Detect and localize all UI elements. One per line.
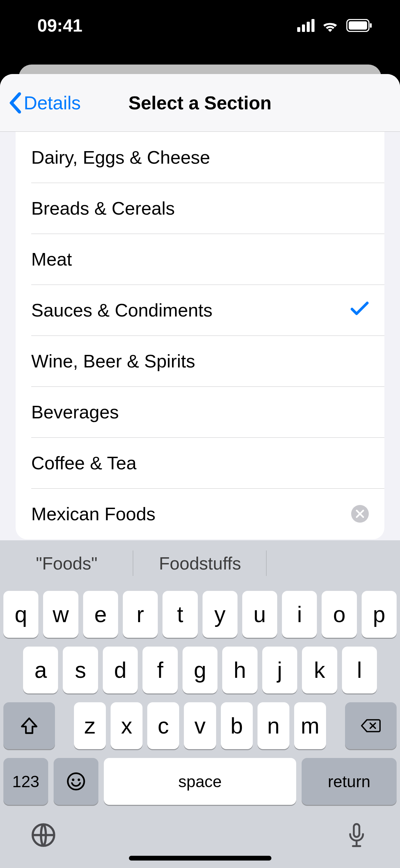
key-l[interactable]: l	[342, 647, 377, 693]
checkmark-icon	[350, 300, 369, 321]
emoji-key[interactable]	[54, 758, 98, 805]
key-v[interactable]: v	[184, 702, 216, 749]
list-item[interactable]: Dairy, Eggs & Cheese	[16, 132, 384, 183]
emoji-icon	[66, 772, 86, 791]
section-list: Dairy, Eggs & Cheese Breads & Cereals Me…	[16, 132, 384, 539]
list-item[interactable]: Breads & Cereals	[16, 183, 384, 234]
signal-icon	[297, 19, 315, 32]
list-item[interactable]: Meat	[16, 234, 384, 285]
key-c[interactable]: c	[147, 702, 179, 749]
suggestion[interactable]: "Foods"	[0, 540, 133, 586]
suggestion[interactable]: Foodstuffs	[133, 540, 267, 586]
svg-point-5	[78, 779, 80, 781]
chevron-left-icon	[7, 92, 22, 114]
shift-icon	[19, 716, 39, 736]
key-e[interactable]: e	[83, 591, 118, 638]
key-d[interactable]: d	[103, 647, 138, 693]
list-item[interactable]: Beverages	[16, 386, 384, 437]
return-key[interactable]: return	[302, 758, 397, 805]
navigation-bar: Details Select a Section	[0, 74, 400, 132]
svg-point-3	[68, 773, 84, 790]
list-input-row[interactable]	[16, 488, 384, 539]
page-title: Select a Section	[129, 92, 272, 114]
dictation-key[interactable]	[344, 822, 369, 849]
key-f[interactable]: f	[142, 647, 177, 693]
globe-key[interactable]	[31, 822, 56, 849]
key-t[interactable]: t	[163, 591, 197, 638]
battery-icon	[346, 19, 373, 32]
mic-icon	[344, 822, 369, 848]
list-item[interactable]: Coffee & Tea	[16, 437, 384, 488]
key-x[interactable]: x	[111, 702, 142, 749]
key-h[interactable]: h	[222, 647, 257, 693]
svg-point-4	[72, 779, 74, 781]
key-o[interactable]: o	[322, 591, 357, 638]
list-item-label: Sauces & Condiments	[31, 300, 350, 321]
list-item-label: Breads & Cereals	[31, 198, 369, 219]
list-item-label: Dairy, Eggs & Cheese	[31, 147, 369, 168]
svg-rect-7	[354, 824, 359, 837]
key-z[interactable]: z	[74, 702, 106, 749]
backspace-key[interactable]	[345, 702, 397, 749]
suggestion-bar: "Foods" Foodstuffs	[0, 540, 400, 586]
key-p[interactable]: p	[362, 591, 397, 638]
wifi-icon	[321, 19, 339, 32]
shift-key[interactable]	[3, 702, 55, 749]
key-m[interactable]: m	[294, 702, 326, 749]
list-item-label: Beverages	[31, 401, 369, 422]
list-item[interactable]: Wine, Beer & Spirits	[16, 336, 384, 386]
key-s[interactable]: s	[63, 647, 98, 693]
key-j[interactable]: j	[262, 647, 297, 693]
key-y[interactable]: y	[203, 591, 237, 638]
suggestion[interactable]	[267, 540, 400, 586]
backspace-icon	[361, 716, 381, 736]
key-g[interactable]: g	[183, 647, 217, 693]
key-k[interactable]: k	[302, 647, 337, 693]
key-b[interactable]: b	[221, 702, 253, 749]
key-n[interactable]: n	[258, 702, 289, 749]
key-r[interactable]: r	[123, 591, 158, 638]
list-item-label: Coffee & Tea	[31, 452, 369, 473]
status-bar: 09:41	[0, 0, 400, 51]
home-indicator[interactable]	[129, 856, 271, 861]
svg-rect-2	[370, 23, 372, 28]
clear-text-button[interactable]	[351, 505, 369, 523]
x-icon	[356, 510, 364, 518]
status-right	[297, 19, 373, 32]
list-item-label: Wine, Beer & Spirits	[31, 350, 369, 372]
status-time: 09:41	[37, 15, 82, 36]
new-section-input[interactable]	[31, 503, 344, 524]
back-button[interactable]: Details	[7, 74, 81, 131]
numbers-key[interactable]: 123	[3, 758, 48, 805]
key-q[interactable]: q	[3, 591, 38, 638]
keyboard: "Foods" Foodstuffs q w e r t y u i o p a…	[0, 540, 400, 868]
space-key[interactable]: space	[104, 758, 296, 805]
list-item[interactable]: Sauces & Condiments	[16, 285, 384, 336]
list-item-label: Meat	[31, 249, 369, 270]
key-i[interactable]: i	[282, 591, 317, 638]
modal-sheet: Details Select a Section Dairy, Eggs & C…	[0, 74, 400, 868]
key-a[interactable]: a	[23, 647, 58, 693]
globe-icon	[31, 822, 56, 848]
key-w[interactable]: w	[43, 591, 78, 638]
back-label: Details	[24, 92, 81, 114]
key-u[interactable]: u	[242, 591, 277, 638]
svg-rect-1	[349, 21, 367, 30]
